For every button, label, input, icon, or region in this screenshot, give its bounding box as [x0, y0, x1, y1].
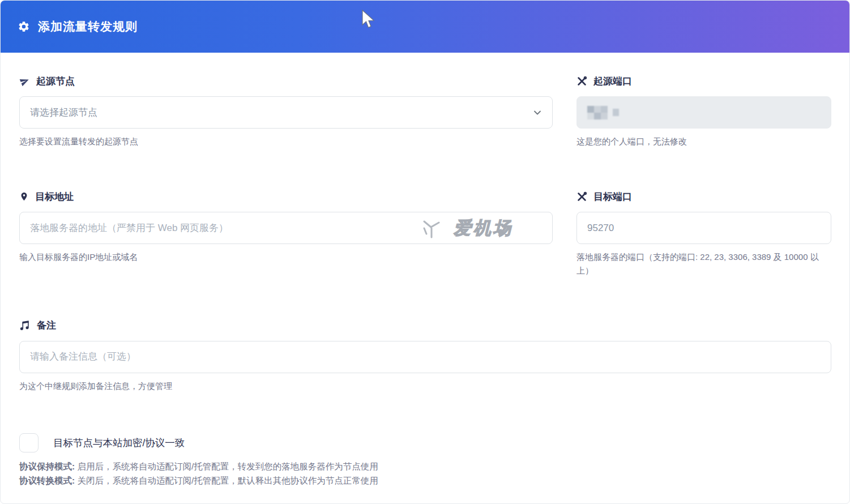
page-title-text: 添加流量转发规则 — [38, 19, 138, 35]
remark-helper: 为这个中继规则添加备注信息，方便管理 — [19, 379, 280, 392]
remark-label-text: 备注 — [37, 319, 56, 332]
origin-port-label: 起源端口 — [576, 74, 831, 88]
origin-port-label-text: 起源端口 — [593, 75, 632, 88]
page-title: 添加流量转发规则 — [18, 19, 138, 35]
origin-port-input — [576, 96, 831, 129]
field-target-port: 目标端口 落地服务器的端口（支持的端口: 22, 23, 3306, 3389 … — [576, 190, 831, 277]
target-address-helper: 输入目标服务器的IP地址或域名 — [19, 250, 280, 263]
field-origin-node: 起源节点 请选择起源节点 选择要设置流量转发的起源节点 — [19, 74, 553, 148]
target-address-label: 目标地址 — [19, 190, 553, 203]
protocol-convert-mode-term: 协议转换模式: — [19, 476, 75, 485]
field-remark: 备注 为这个中继规则添加备注信息，方便管理 — [19, 319, 831, 392]
chevron-down-icon — [533, 108, 542, 117]
mouse-cursor — [361, 10, 376, 30]
map-pin-icon — [19, 191, 29, 202]
origin-node-label: 起源节点 — [19, 74, 553, 88]
target-port-label: 目标端口 — [576, 190, 831, 203]
protocol-convert-mode-text: 关闭后，系统将自动适配订阅/托管配置，默认释出其他协议作为节点正常使用 — [75, 476, 378, 485]
protocol-check-row: 目标节点与本站加密/协议一致 — [19, 433, 831, 452]
protocol-section: 目标节点与本站加密/协议一致 协议保持模式: 启用后，系统将自动适配订阅/托管配… — [19, 433, 831, 488]
gear-icon — [18, 20, 30, 33]
row-origin: 起源节点 请选择起源节点 选择要设置流量转发的起源节点 — [19, 74, 831, 148]
origin-node-label-text: 起源节点 — [36, 75, 75, 88]
row-remark: 备注 为这个中继规则添加备注信息，方便管理 — [19, 319, 831, 392]
protocol-keep-mode-text: 启用后，系统将自动适配订阅/托管配置，转发到您的落地服务器作为节点使用 — [75, 462, 378, 471]
protocol-keep-mode-term: 协议保持模式: — [19, 462, 75, 471]
origin-node-select-value: 请选择起源节点 — [30, 106, 97, 119]
origin-node-helper: 选择要设置流量转发的起源节点 — [19, 135, 280, 148]
protocol-keep-mode-note: 协议保持模式: 启用后，系统将自动适配订阅/托管配置，转发到您的落地服务器作为节… — [19, 459, 831, 473]
protocol-convert-mode-note: 协议转换模式: 关闭后，系统将自动适配订阅/托管配置，默认释出其他协议作为节点正… — [19, 473, 831, 488]
target-address-label-text: 目标地址 — [35, 190, 74, 203]
redacted-port-value — [587, 106, 619, 119]
protocol-checkbox-label: 目标节点与本站加密/协议一致 — [53, 436, 185, 450]
field-origin-port: 起源端口 这是您的个人端口，无法修改 — [576, 74, 831, 148]
origin-node-select[interactable]: 请选择起源节点 — [19, 96, 553, 129]
row-target: 目标地址 爱机场 输入目标服务器的IP地址或域名 — [19, 190, 831, 277]
panel-header: 添加流量转发规则 — [1, 1, 849, 53]
remark-label: 备注 — [19, 319, 831, 332]
tools-icon — [576, 191, 587, 202]
origin-port-helper: 这是您的个人端口，无法修改 — [576, 135, 831, 148]
remark-input[interactable] — [19, 341, 831, 373]
target-port-helper: 落地服务器的端口（支持的端口: 22, 23, 3306, 3389 及 100… — [576, 250, 831, 277]
music-note-icon — [19, 320, 31, 331]
tools-icon — [576, 76, 587, 87]
paper-plane-icon — [19, 76, 30, 87]
field-target-address: 目标地址 爱机场 输入目标服务器的IP地址或域名 — [19, 190, 553, 277]
form-body: 起源节点 请选择起源节点 选择要设置流量转发的起源节点 — [1, 53, 849, 488]
target-port-label-text: 目标端口 — [593, 190, 632, 203]
target-port-input[interactable] — [576, 212, 831, 244]
protocol-checkbox[interactable] — [19, 433, 39, 452]
target-address-input[interactable] — [19, 212, 553, 244]
add-forward-rule-panel: 添加流量转发规则 起源节点 请选择起源节点 — [0, 0, 850, 504]
